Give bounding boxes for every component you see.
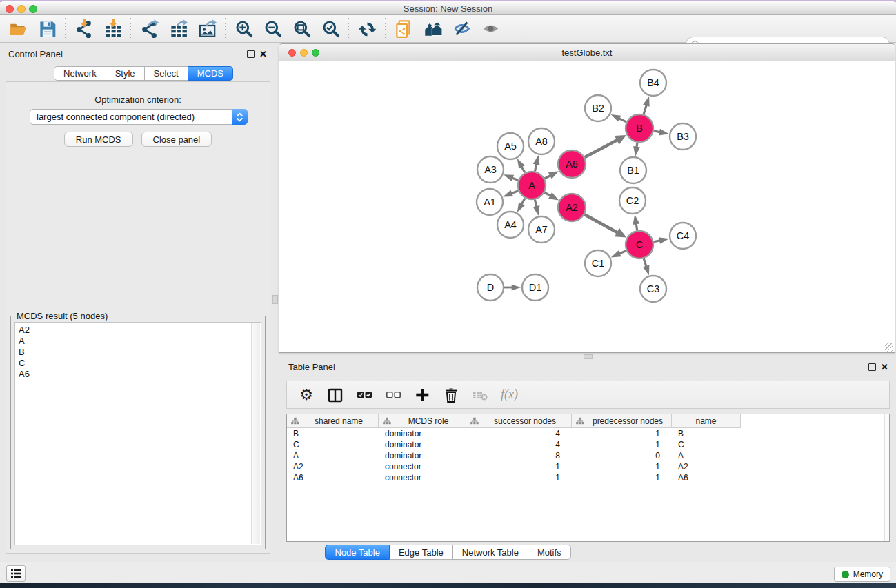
delete-column-button[interactable] [443, 386, 459, 404]
memory-button[interactable]: Memory [834, 567, 890, 582]
mcds-result-list[interactable]: A2ABCA6 [14, 322, 261, 545]
edge-arrowhead [533, 155, 540, 165]
control-panel-tabs: NetworkStyleSelectMCDS [54, 66, 233, 81]
tab-edge-table[interactable]: Edge Table [390, 545, 453, 560]
edge-B-B4[interactable] [644, 104, 646, 114]
table-row[interactable]: A2connector11A2 [287, 461, 889, 472]
result-item[interactable]: A6 [19, 369, 261, 380]
tab-select[interactable]: Select [145, 66, 188, 81]
cell-name[interactable]: B [672, 428, 741, 439]
zoom-in-button[interactable] [231, 18, 256, 40]
horizontal-splitter-handle[interactable] [584, 354, 593, 359]
edge-A2-C[interactable] [584, 214, 618, 233]
table-panel-close-button[interactable]: ✕ [881, 363, 888, 371]
edge-C-C3[interactable] [644, 258, 646, 267]
select-all-button[interactable] [356, 386, 372, 404]
table-row[interactable]: Adominator80A [287, 450, 889, 461]
result-scrollbar[interactable] [251, 323, 260, 544]
import-table-button[interactable] [100, 18, 125, 40]
edge-arrowhead [633, 214, 639, 225]
cell-shared-name[interactable]: B [287, 428, 379, 439]
edge-arrowhead [512, 285, 521, 291]
cell-name[interactable]: A6 [672, 472, 741, 483]
hide-selected-button[interactable] [449, 18, 474, 40]
dropdown-selected-value: largest connected component (directed) [30, 112, 232, 122]
cell-shared-name[interactable]: C [287, 439, 379, 450]
close-panel-button[interactable]: Close panel [141, 132, 212, 147]
column-header-name[interactable]: name [672, 414, 741, 428]
cell-predecessor-nodes[interactable]: 0 [572, 450, 672, 461]
resize-grip-icon[interactable] [885, 343, 894, 352]
table-row[interactable]: Bdominator41B [287, 428, 889, 439]
table-panel-float-button[interactable] [868, 363, 876, 371]
optimization-criterion-dropdown[interactable]: largest connected component (directed) [30, 109, 248, 125]
delete-column-icon [443, 387, 459, 403]
run-mcds-button[interactable]: Run MCDS [64, 132, 133, 147]
hide-selected-icon [452, 19, 471, 38]
open-file-button[interactable] [6, 18, 30, 40]
gear-button[interactable]: ⚙ [298, 386, 315, 404]
table-row[interactable]: A6connector11A6 [287, 472, 889, 483]
deselect-all-button[interactable] [385, 386, 401, 404]
tab-motifs[interactable]: Motifs [528, 545, 571, 560]
control-panel-float-button[interactable] [247, 50, 255, 58]
table-row[interactable]: Cdominator41C [287, 439, 889, 450]
cell-successor-nodes[interactable]: 4 [466, 428, 572, 439]
tab-mcds[interactable]: MCDS [188, 66, 233, 81]
import-network-button[interactable] [71, 18, 96, 40]
export-table-button[interactable] [166, 18, 190, 40]
cell-predecessor-nodes[interactable]: 1 [572, 439, 672, 450]
tab-node-table[interactable]: Node Table [325, 545, 390, 560]
cell-shared-name[interactable]: A6 [287, 472, 379, 483]
split-view-button[interactable] [327, 386, 344, 404]
edge-A6-B[interactable] [585, 139, 618, 157]
cell-predecessor-nodes[interactable]: 1 [572, 428, 672, 439]
export-network-button[interactable] [137, 18, 161, 40]
function-builder-button[interactable]: f(x) [501, 387, 518, 402]
zoom-out-button[interactable] [260, 18, 285, 40]
result-item[interactable]: C [19, 358, 261, 369]
cell-MCDS-role[interactable]: dominator [379, 428, 466, 439]
tab-style[interactable]: Style [106, 66, 145, 81]
save-session-button[interactable] [34, 18, 59, 40]
cell-successor-nodes[interactable]: 8 [466, 450, 572, 461]
new-network-from-selection-button[interactable] [391, 18, 416, 40]
home-button[interactable] [420, 18, 445, 40]
memory-status-icon [842, 571, 849, 578]
table-scrollbar[interactable] [884, 414, 889, 541]
cell-successor-nodes[interactable]: 1 [466, 461, 572, 472]
show-all-button[interactable] [478, 18, 503, 40]
cell-MCDS-role[interactable]: dominator [379, 439, 466, 450]
cell-MCDS-role[interactable]: dominator [379, 450, 466, 461]
cell-shared-name[interactable]: A [287, 450, 379, 461]
vertical-splitter-handle[interactable] [272, 295, 278, 304]
column-header-predecessor-nodes[interactable]: predecessor nodes [572, 414, 672, 428]
cell-name[interactable]: C [672, 439, 741, 450]
column-header-shared-name[interactable]: shared name [287, 414, 379, 428]
export-image-button[interactable] [195, 18, 219, 40]
zoom-fit-button[interactable] [289, 18, 314, 40]
network-canvas[interactable]: B4B2BB3A8A5A6A3B1AC2A1A2A4A7C4CC1DD1C3 [279, 61, 895, 352]
cell-successor-nodes[interactable]: 1 [466, 472, 572, 483]
cell-shared-name[interactable]: A2 [287, 461, 379, 472]
tab-network[interactable]: Network [54, 66, 106, 81]
zoom-selected-button[interactable] [318, 18, 343, 40]
cell-MCDS-role[interactable]: connector [379, 472, 466, 483]
refresh-layout-button[interactable] [355, 18, 379, 40]
cell-successor-nodes[interactable]: 4 [466, 439, 572, 450]
result-item[interactable]: A2 [19, 325, 261, 336]
cell-name[interactable]: A2 [672, 461, 741, 472]
zoom-out-icon [263, 19, 282, 38]
cell-predecessor-nodes[interactable]: 1 [572, 472, 672, 483]
tab-network-table[interactable]: Network Table [453, 545, 528, 560]
column-header-successor-nodes[interactable]: successor nodes [466, 414, 572, 428]
result-item[interactable]: B [19, 347, 261, 358]
cell-MCDS-role[interactable]: connector [379, 461, 466, 472]
result-item[interactable]: A [19, 336, 261, 347]
control-panel-close-button[interactable]: ✕ [259, 50, 267, 58]
column-header-MCDS-role[interactable]: MCDS role [379, 414, 466, 428]
add-column-button[interactable] [414, 386, 430, 404]
cell-name[interactable]: A [672, 450, 741, 461]
cell-predecessor-nodes[interactable]: 1 [572, 461, 672, 472]
task-history-button[interactable] [6, 565, 26, 582]
